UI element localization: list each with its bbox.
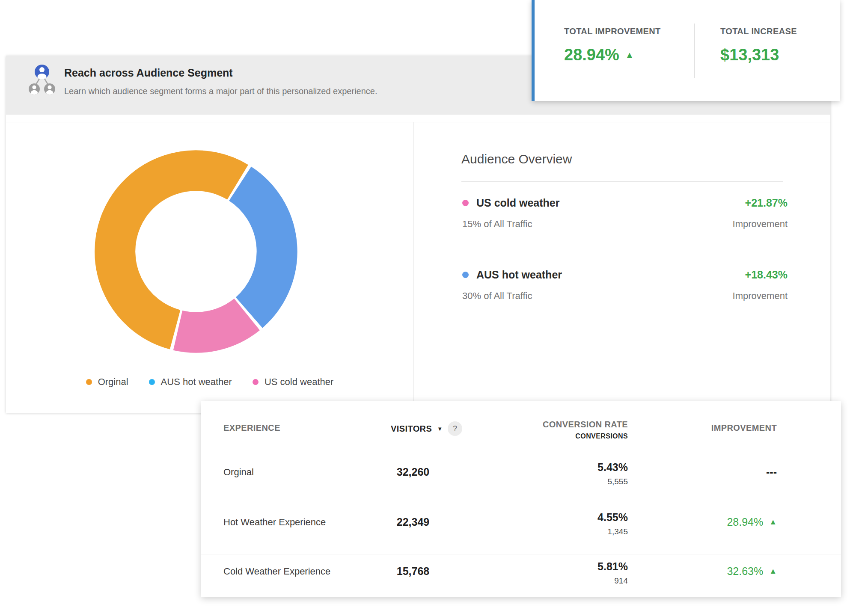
table-row-hot-weather: Hot Weather Experience 22,349 4.55% 1,34… xyxy=(201,505,841,554)
segment-improvement-label: Improvement xyxy=(733,290,788,302)
audience-segmentation-icon xyxy=(28,63,56,97)
donut-slice-aus-hot-weather[interactable] xyxy=(240,184,277,312)
overview-row-aus-hot-weather: AUS hot weather +18.43% 30% of All Traff… xyxy=(462,269,788,302)
audience-donut-chart xyxy=(91,147,301,356)
legend-item-orginal[interactable]: Orginal xyxy=(86,376,128,388)
donut-slice-us-cold-weather[interactable] xyxy=(178,314,247,332)
legend-label: Orginal xyxy=(98,376,128,388)
conversion-rate-value: 4.55% xyxy=(509,511,628,524)
legend-dot-blue xyxy=(149,379,155,385)
visitors-value: 22,349 xyxy=(381,516,445,528)
section-title: Reach across Audience Segment xyxy=(64,67,233,79)
up-arrow-icon: ▲ xyxy=(769,518,777,527)
divider xyxy=(6,122,830,122)
legend-item-us-cold-weather[interactable]: US cold weather xyxy=(253,376,333,388)
segment-dot-pink xyxy=(462,200,469,206)
legend-label: US cold weather xyxy=(265,376,333,388)
segment-name: US cold weather xyxy=(476,197,560,209)
visitors-value: 15,768 xyxy=(381,565,445,578)
divider xyxy=(694,24,695,78)
total-increase-label: TOTAL INCREASE xyxy=(720,27,797,36)
divider xyxy=(413,122,414,413)
column-header-experience: EXPERIENCE xyxy=(223,423,280,433)
improvement-value: --- xyxy=(670,466,777,478)
experiences-table-card: EXPERIENCE VISITORS ▼ ? CONVERSION RATE … xyxy=(201,401,841,597)
segment-improvement-value: +21.87% xyxy=(745,197,788,209)
total-improvement-label: TOTAL IMPROVEMENT xyxy=(564,27,661,36)
segment-dot-blue xyxy=(462,272,469,278)
audience-segment-body: Orginal AUS hot weather US cold weather … xyxy=(6,115,830,413)
overview-row-us-cold-weather: US cold weather +21.87% 15% of All Traff… xyxy=(462,197,788,230)
sort-descending-icon: ▼ xyxy=(437,426,443,432)
chart-legend: Orginal AUS hot weather US cold weather xyxy=(6,376,413,388)
conversions-value: 5,555 xyxy=(509,477,628,486)
improvement-value: 28.94% xyxy=(727,516,763,528)
column-header-improvement: IMPROVEMENT xyxy=(670,423,777,433)
legend-item-aus-hot-weather[interactable]: AUS hot weather xyxy=(149,376,232,388)
divider xyxy=(461,181,783,182)
segment-improvement-label: Improvement xyxy=(733,219,788,230)
column-header-conversion: CONVERSION RATE CONVERSIONS xyxy=(509,420,628,440)
audience-segment-panel: Reach across Audience Segment Learn whic… xyxy=(6,56,830,413)
experience-name: Orginal xyxy=(223,467,254,478)
conversion-rate-value: 5.81% xyxy=(509,560,628,573)
legend-dot-orange xyxy=(86,379,92,385)
dashboard-canvas: Reach across Audience Segment Learn whic… xyxy=(0,0,856,616)
total-increase-block: TOTAL INCREASE $13,313 xyxy=(720,27,797,64)
divider xyxy=(461,256,783,256)
segment-traffic-share: 15% of All Traffic xyxy=(462,219,532,230)
conversions-header-label: CONVERSIONS xyxy=(509,432,628,440)
legend-label: AUS hot weather xyxy=(161,376,232,388)
experience-name: Cold Weather Experience xyxy=(223,566,330,577)
conversion-rate-header-label: CONVERSION RATE xyxy=(509,420,628,429)
table-row-cold-weather: Cold Weather Experience 15,768 5.81% 914… xyxy=(201,554,841,597)
total-improvement-value: 28.94% xyxy=(564,46,619,64)
conversions-value: 1,345 xyxy=(509,527,628,536)
donut-slice-orginal[interactable] xyxy=(115,171,238,330)
column-header-visitors[interactable]: VISITORS ▼ ? xyxy=(391,421,462,436)
legend-dot-pink xyxy=(253,379,259,385)
conversion-rate-value: 5.43% xyxy=(509,461,628,474)
experience-name: Hot Weather Experience xyxy=(223,517,326,528)
audience-overview-title: Audience Overview xyxy=(461,152,572,166)
segment-traffic-share: 30% of All Traffic xyxy=(462,290,532,302)
improvement-value: 32.63% xyxy=(727,565,763,578)
segment-improvement-value: +18.43% xyxy=(745,269,788,281)
total-increase-value: $13,313 xyxy=(720,46,779,64)
up-arrow-icon: ▲ xyxy=(625,50,634,60)
visitors-header-label: VISITORS xyxy=(391,424,432,434)
total-improvement-block: TOTAL IMPROVEMENT 28.94% ▲ xyxy=(564,27,661,64)
totals-summary-card: TOTAL IMPROVEMENT 28.94% ▲ TOTAL INCREAS… xyxy=(532,0,840,101)
section-subtitle: Learn which audience segment forms a maj… xyxy=(64,86,377,96)
table-row-orginal: Orginal 32,260 5.43% 5,555 --- xyxy=(201,455,841,504)
visitors-value: 32,260 xyxy=(381,466,445,478)
help-icon[interactable]: ? xyxy=(448,421,462,436)
segment-name: AUS hot weather xyxy=(476,269,562,281)
up-arrow-icon: ▲ xyxy=(769,567,777,576)
conversions-value: 914 xyxy=(509,576,628,586)
